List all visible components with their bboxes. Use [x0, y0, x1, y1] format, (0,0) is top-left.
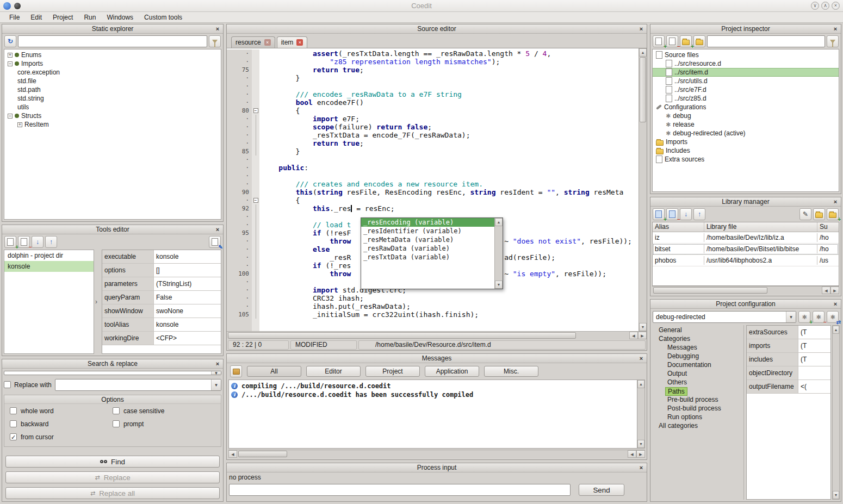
tree-item[interactable]: Configurations: [653, 103, 839, 111]
close-tab-icon[interactable]: ×: [264, 39, 271, 46]
tree-item[interactable]: std.path: [4, 85, 221, 94]
editor-hscrollbar[interactable]: ◀ ▶: [227, 331, 647, 339]
property-row[interactable]: parameters(TStringList): [102, 277, 221, 291]
close-panel-icon[interactable]: ×: [832, 25, 839, 33]
category-categories[interactable]: Categories: [652, 335, 743, 344]
tool-list-item[interactable]: dolphin - project dir: [4, 250, 94, 261]
property-row[interactable]: queryParamFalse: [102, 291, 221, 304]
property-value[interactable]: <(: [798, 380, 830, 393]
property-row[interactable]: options[]: [102, 264, 221, 277]
inspector-search-input[interactable]: [707, 35, 825, 47]
editor-vscrollbar[interactable]: ▲ ▼: [639, 48, 647, 331]
scroll-left-icon[interactable]: ◀: [628, 450, 636, 458]
close-panel-icon[interactable]: ×: [637, 464, 645, 471]
menu-item-edit[interactable]: Edit: [26, 13, 47, 22]
tree-item[interactable]: Source files: [653, 51, 839, 59]
code-line[interactable]: · ihash.put(_resRawData);: [227, 302, 639, 310]
code-line[interactable]: · return true;: [227, 139, 639, 147]
code-line[interactable]: · /// creates and encodes a new resource…: [227, 180, 639, 188]
fold-cell[interactable]: −: [252, 107, 259, 115]
property-value[interactable]: []: [154, 264, 221, 277]
option-prompt[interactable]: prompt: [113, 420, 215, 428]
tree-item[interactable]: +ResItem: [4, 120, 221, 129]
remove-tool-button[interactable]: −: [18, 236, 30, 248]
property-row[interactable]: imports(T: [747, 339, 830, 353]
add-source-button[interactable]: +: [653, 35, 665, 47]
tree-item[interactable]: ../src/item.d: [653, 68, 839, 77]
clone-configuration-button[interactable]: ✱⇄: [827, 311, 839, 323]
code-line[interactable]: · /// encodes _resRawData to a e7F strin…: [227, 90, 639, 98]
messages-tab-application[interactable]: Application: [425, 366, 479, 377]
menu-item-windows[interactable]: Windows: [102, 13, 138, 22]
messages-hscrollbar[interactable]: ◀ ◀ ▶: [228, 450, 645, 458]
code-line[interactable]: 85 }: [227, 147, 639, 155]
category-debugging[interactable]: Debugging: [652, 352, 743, 361]
code-line[interactable]: · bool encodee7F(): [227, 98, 639, 107]
scroll-right-icon[interactable]: ▶: [638, 332, 647, 339]
code-line[interactable]: · import e7F;: [227, 115, 639, 123]
messages-vscrollbar[interactable]: ▲ ▼: [637, 379, 645, 449]
scroll-up-icon[interactable]: ▲: [639, 48, 647, 57]
vscroll-thumb[interactable]: [640, 57, 646, 122]
category-pre-build-process[interactable]: Pre-build process: [652, 396, 743, 405]
messages-tab-editor[interactable]: Editor: [306, 366, 361, 377]
completion-item[interactable]: _resMetaData (variable): [361, 235, 494, 244]
expander-icon[interactable]: −: [8, 61, 13, 66]
inspector-filter-button[interactable]: [827, 35, 839, 47]
close-panel-icon[interactable]: ×: [214, 25, 221, 33]
code-line[interactable]: ·: [227, 155, 639, 164]
send-button[interactable]: Send: [579, 484, 624, 496]
scroll-up-icon[interactable]: ▲: [495, 218, 503, 226]
editor-tab-item[interactable]: item×: [277, 36, 308, 48]
tree-item[interactable]: std.string: [4, 94, 221, 103]
property-value[interactable]: (T: [798, 326, 830, 339]
add-tool-button[interactable]: +: [4, 236, 16, 248]
library-hscrollbar[interactable]: ◀ ▶: [652, 286, 839, 294]
property-row[interactable]: executablekonsole: [102, 250, 221, 264]
tree-item[interactable]: ✱release: [653, 120, 839, 129]
category-general[interactable]: General: [652, 326, 743, 335]
filter-button[interactable]: [209, 35, 221, 47]
column-header-library-file[interactable]: Library file: [704, 222, 817, 232]
maximize-button[interactable]: ∧: [821, 2, 829, 10]
close-panel-icon[interactable]: ×: [832, 198, 839, 206]
property-value[interactable]: <CFP>: [154, 332, 221, 345]
property-row[interactable]: toolAliaskonsole: [102, 318, 221, 332]
category-all-categories[interactable]: All categories: [652, 422, 743, 431]
category-post-build-process[interactable]: Post-build process: [652, 405, 743, 413]
search-term-combobox[interactable]: ▾: [4, 371, 221, 375]
replace-with-checkbox[interactable]: [4, 381, 11, 388]
code-line[interactable]: 80− {: [227, 107, 639, 115]
code-line[interactable]: 105 _initialSum = crc322uint(ihash.finis…: [227, 310, 639, 319]
library-from-folder-button[interactable]: [813, 208, 825, 220]
scroll-down-icon[interactable]: ▼: [637, 440, 644, 448]
scroll-down-icon[interactable]: ▼: [639, 323, 647, 331]
close-panel-icon[interactable]: ×: [832, 300, 839, 308]
menu-item-custom-tools[interactable]: Custom tools: [139, 13, 187, 22]
property-value[interactable]: (T: [798, 353, 830, 366]
tree-item[interactable]: ../src/z85.d: [653, 94, 839, 103]
tree-item[interactable]: −Structs: [4, 111, 221, 120]
expander-icon[interactable]: +: [17, 122, 22, 127]
static-explorer-search-input[interactable]: [18, 35, 207, 47]
move-library-up-button[interactable]: ↑: [693, 208, 705, 220]
scroll-up-icon[interactable]: ▲: [637, 380, 644, 388]
close-panel-icon[interactable]: ×: [214, 226, 221, 233]
column-header-sources[interactable]: Su: [817, 222, 839, 232]
editor-tab-resource[interactable]: resource×: [231, 36, 275, 48]
config-vscrollbar[interactable]: ▲ ▼: [832, 325, 840, 500]
property-row[interactable]: includes(T: [747, 353, 830, 366]
scroll-down-icon[interactable]: ▼: [495, 281, 503, 289]
library-row[interactable]: phobos/usr/lib64/libphobos2.a/us: [653, 255, 839, 266]
tree-item[interactable]: Extra sources: [653, 155, 839, 164]
chevron-down-icon[interactable]: ▾: [211, 371, 221, 375]
scroll-left-icon[interactable]: ◀: [822, 287, 830, 294]
remove-source-button[interactable]: −: [666, 35, 678, 47]
property-row[interactable]: extraSources(T: [747, 326, 830, 339]
edit-tool-button[interactable]: ✎: [209, 236, 221, 248]
tree-item[interactable]: ../src/utils.d: [653, 77, 839, 85]
close-panel-icon[interactable]: ×: [637, 354, 645, 362]
property-row[interactable]: workingDire<CFP>: [102, 332, 221, 345]
tree-item[interactable]: Imports: [653, 138, 839, 146]
scroll-up-icon[interactable]: ▲: [833, 326, 839, 334]
